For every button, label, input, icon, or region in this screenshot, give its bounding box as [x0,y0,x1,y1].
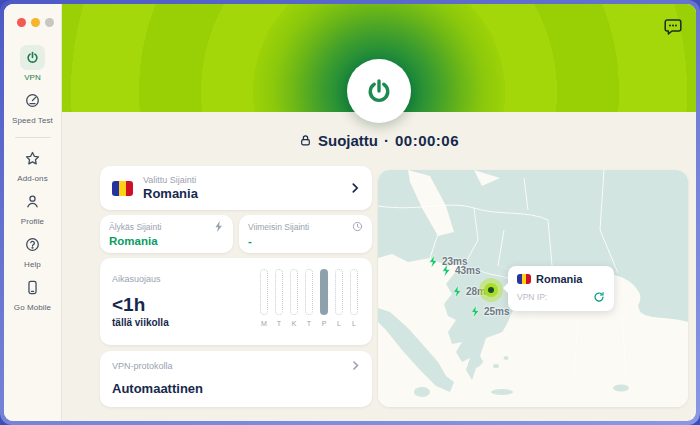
sidebar-item-profile[interactable]: Profile [21,193,44,226]
feedback-chat-button[interactable] [663,17,683,37]
sidebar-item-go-mobile[interactable]: Go Mobile [14,279,51,312]
last-location-value: - [248,235,363,247]
desktop-background: VPN Speed Test Add-ons [0,0,700,425]
speedometer-icon [24,92,41,113]
lightning-icon [470,305,481,318]
window-controls [4,4,54,35]
location-info-row: Älykäs Sijainti Romania Viimeisin Sijain… [100,215,372,253]
minimize-window-button[interactable] [31,18,40,27]
refresh-icon [593,291,605,303]
connection-status: Suojattu · 00:00:06 [62,132,696,149]
romania-flag-icon [517,274,531,284]
sidebar-item-label: Go Mobile [14,303,51,312]
weekly-usage-chart [260,269,358,315]
time-protection-subtitle: tällä viikolla [112,317,169,328]
time-protection-card: Aikasuojaus <1h tällä viikolla M T K T P… [100,258,372,345]
close-window-button[interactable] [17,18,26,27]
last-location-card[interactable]: Viimeisin Sijainti - [239,215,372,253]
day-bar [260,269,268,315]
sidebar-divider [15,137,51,138]
sidebar-item-label: Speed Test [12,116,53,125]
sidebar-item-vpn[interactable]: VPN [20,45,45,82]
settings-column: Valittu Sijainti Romania Älykäs Sijainti… [100,166,372,407]
latency-ping: 25ms [470,305,510,318]
star-icon [24,150,41,171]
romania-flag-icon [112,181,133,196]
sidebar-item-label: Help [24,260,41,269]
day-label: M [260,320,268,327]
sidebar-item-speed-test[interactable]: Speed Test [12,92,53,125]
sidebar-item-help[interactable]: Help [24,236,41,269]
tooltip-country: Romania [536,273,582,285]
sidebar-item-addons[interactable]: Add-ons [17,150,48,183]
selected-location-value: Romania [143,186,340,201]
weekday-labels: M T K T P L L [260,320,358,327]
phone-icon [24,279,41,300]
smart-connect-icon [214,221,224,232]
lock-icon [299,133,312,148]
status-separator: · [384,132,389,149]
vpn-app-window: VPN Speed Test Add-ons [4,4,696,421]
sidebar-item-label: VPN [24,73,41,82]
time-protection-label: Aikasuojaus [112,274,161,284]
person-icon [24,193,41,214]
chevron-right-icon [350,182,360,194]
clock-icon [352,221,363,232]
vpn-protocol-card[interactable]: VPN-protokolla Automaattinen [100,351,372,407]
day-bar [335,269,343,315]
chat-icon [663,17,683,37]
day-label: L [350,320,358,327]
day-bar [275,269,283,315]
day-label: T [305,320,313,327]
protocol-value: Automaattinen [112,381,360,396]
sidebar: VPN Speed Test Add-ons [4,4,62,421]
question-icon [24,236,41,257]
sidebar-item-label: Add-ons [17,174,48,183]
smart-location-label: Älykäs Sijainti [109,222,161,232]
connect-power-button[interactable] [347,59,411,123]
refresh-ip-button[interactable] [593,291,605,303]
latency-value: 25ms [484,306,510,317]
connected-location-marker[interactable] [479,278,503,302]
tooltip-ip-label: VPN IP: [517,292,547,302]
day-label: T [275,320,283,327]
smart-location-card[interactable]: Älykäs Sijainti Romania [100,215,233,253]
session-timer: 00:00:06 [395,132,459,149]
day-bar [350,269,358,315]
day-bar [305,269,313,315]
day-label: K [290,320,298,327]
power-icon [364,76,394,106]
time-protection-value: <1h [112,294,145,316]
power-icon [20,45,45,70]
day-label: P [320,320,328,327]
zoom-window-button[interactable] [45,18,54,27]
selected-location-card[interactable]: Valittu Sijainti Romania [100,166,372,210]
status-label: Suojattu [318,132,378,149]
smart-location-value: Romania [109,235,224,247]
sidebar-item-label: Profile [21,217,44,226]
lightning-icon [428,255,439,268]
lightning-icon [441,264,452,277]
location-tooltip: Romania VPN IP: [508,266,614,311]
lightning-icon [452,285,463,298]
day-label: L [335,320,343,327]
selected-location-label: Valittu Sijainti [143,175,340,185]
day-bar-active [320,269,328,315]
latency-value: 43ms [455,265,481,276]
last-location-label: Viimeisin Sijainti [248,222,309,232]
map-panel: 23ms 43ms 28ms 25ms Romania [378,170,688,407]
day-bar [290,269,298,315]
protocol-label: VPN-protokolla [112,361,173,371]
latency-ping: 43ms [441,264,481,277]
chevron-right-icon [351,360,360,371]
